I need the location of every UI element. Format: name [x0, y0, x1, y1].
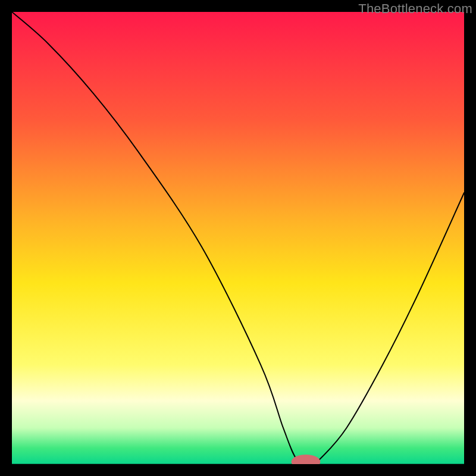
bottleneck-chart — [12, 12, 464, 464]
watermark-text: TheBottleneck.com — [358, 1, 472, 17]
chart-background-gradient — [12, 12, 464, 464]
